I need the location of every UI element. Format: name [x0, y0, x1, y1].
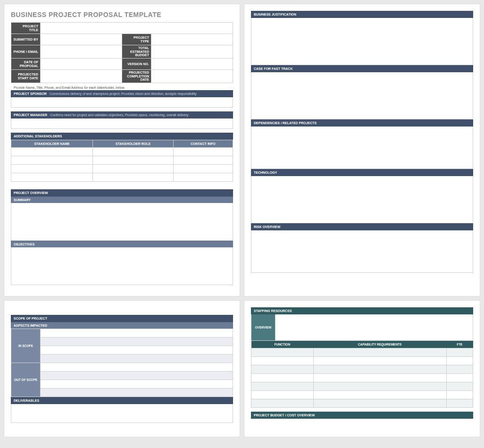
deliverables-field[interactable]: [11, 404, 233, 423]
manager-sub: Confirms need for project and validates …: [50, 113, 188, 117]
sponsor-field[interactable]: [11, 97, 233, 108]
sponsor-label: PROJECT SPONSOR: [14, 92, 47, 95]
col-stakeholder-name: STAKEHOLDER NAME: [11, 140, 93, 148]
template-grid: BUSINESS PROJECT PROPOSAL TEMPLATE PROJE…: [4, 4, 480, 437]
col-stakeholder-role: STAKEHOLDER ROLE: [93, 140, 174, 148]
page-3: SCOPE OF PROJECT ASPECTS IMPACTED IN SCO…: [4, 300, 240, 437]
fast-track-field[interactable]: [251, 72, 473, 119]
page-2: BUSINESS JUSTIFICATION CASE FOR FAST TRA…: [244, 4, 480, 296]
project-overview-header: PROJECT OVERVIEW: [11, 189, 233, 196]
table-row: [11, 165, 233, 173]
in-scope-label: IN SCOPE: [11, 329, 41, 363]
table-row: [251, 391, 473, 399]
label-start-date: PROJECTED START DATE: [11, 70, 41, 83]
scope-cell[interactable]: [41, 355, 233, 363]
field-version[interactable]: [151, 59, 233, 70]
table-row: [11, 156, 233, 165]
field-date-proposal[interactable]: [41, 59, 122, 70]
objectives-header: OBJECTIVES: [11, 241, 233, 247]
table-row: [251, 374, 473, 382]
sponsor-sub: Commissions delivery of and champions pr…: [50, 92, 197, 95]
scope-cell[interactable]: [41, 363, 233, 372]
scope-cell[interactable]: [41, 372, 233, 380]
risk-field[interactable]: [251, 230, 473, 273]
project-sponsor-header: PROJECT SPONSOR Commissions delivery of …: [11, 90, 233, 97]
stakeholder-note: Provide Name, Title, Phone, and Email Ad…: [14, 86, 233, 89]
table-row: [251, 348, 473, 357]
field-total-budget[interactable]: [151, 45, 233, 59]
biz-justification-header: BUSINESS JUSTIFICATION: [251, 11, 473, 18]
scope-cell[interactable]: [41, 389, 233, 397]
staffing-overview-row: OVERVIEW: [251, 314, 473, 341]
manager-field[interactable]: [11, 118, 233, 129]
label-submitted-by: SUBMITTED BY: [11, 34, 41, 45]
scope-cell[interactable]: [41, 329, 233, 338]
label-project-title: PROJECT TITLE: [11, 23, 41, 34]
staffing-table: FUNCTION CAPABILITY REQUIREMENTS FTE: [251, 341, 473, 408]
table-row: [251, 382, 473, 391]
table-row: [11, 148, 233, 156]
col-fte: FTE: [446, 341, 473, 348]
scope-cell[interactable]: [41, 346, 233, 355]
col-contact-info: CONTACT INFO: [173, 140, 233, 148]
staffing-header: STAFFING RESOURCES: [251, 307, 473, 314]
objectives-field[interactable]: [11, 247, 233, 285]
biz-justification-field[interactable]: [251, 18, 473, 65]
table-row: [251, 357, 473, 365]
aspects-header: ASPECTS IMPACTED: [11, 322, 233, 329]
dependencies-header: DEPENDENCIES / RELATED PROJECTS: [251, 119, 473, 127]
table-row: [251, 365, 473, 374]
scope-cell[interactable]: [41, 338, 233, 346]
field-project-type[interactable]: [151, 34, 233, 45]
col-function: FUNCTION: [251, 341, 314, 348]
overview-label: OVERVIEW: [251, 314, 275, 341]
project-info-table: PROJECT TITLE SUBMITTED BY PROJECT TYPE …: [11, 22, 233, 83]
label-date-proposal: DATE OF PROPOSAL: [11, 59, 41, 70]
summary-field[interactable]: [11, 203, 233, 241]
technology-field[interactable]: [251, 176, 473, 223]
scope-header: SCOPE OF PROJECT: [11, 315, 233, 322]
dependencies-field[interactable]: [251, 127, 473, 169]
field-project-title[interactable]: [41, 23, 233, 34]
scope-cell[interactable]: [41, 380, 233, 389]
technology-header: TECHNOLOGY: [251, 169, 473, 176]
summary-header: SUMMARY: [11, 196, 233, 203]
additional-stakeholders-header: ADDITIONAL STAKEHOLDERS: [11, 133, 233, 140]
deliverables-header: DELIVERABLES: [11, 397, 233, 404]
fast-track-header: CASE FOR FAST TRACK: [251, 65, 473, 72]
overview-field[interactable]: [275, 314, 473, 341]
budget-header: PROJECT BUDGET / COST OVERVIEW: [251, 412, 473, 419]
document-title: BUSINESS PROJECT PROPOSAL TEMPLATE: [11, 11, 233, 18]
col-capability: CAPABILITY REQUIREMENTS: [313, 341, 446, 348]
table-row: [11, 173, 233, 182]
table-row: [251, 399, 473, 408]
field-submitted-by[interactable]: [41, 34, 122, 45]
scope-table: IN SCOPE OUT OF SCOPE: [11, 329, 233, 397]
stakeholders-table: STAKEHOLDER NAME STAKEHOLDER ROLE CONTAC…: [11, 140, 233, 182]
page-1: BUSINESS PROJECT PROPOSAL TEMPLATE PROJE…: [4, 4, 240, 296]
project-manager-header: PROJECT MANAGER Confirms need for projec…: [11, 111, 233, 118]
field-start-date[interactable]: [41, 70, 122, 83]
out-scope-label: OUT OF SCOPE: [11, 363, 41, 397]
label-total-budget: TOTAL ESTIMATED BUDGET: [122, 45, 151, 59]
risk-header: RISK OVERVIEW: [251, 223, 473, 230]
label-end-date: PROJECTED COMPLETION DATE: [122, 70, 151, 83]
label-project-type: PROJECT TYPE: [122, 34, 151, 45]
field-phone-email[interactable]: [41, 45, 122, 59]
label-version: VERSION NO.: [122, 59, 151, 70]
page-4: STAFFING RESOURCES OVERVIEW FUNCTION CAP…: [244, 300, 480, 437]
field-end-date[interactable]: [151, 70, 233, 83]
label-phone-email: PHONE / EMAIL: [11, 45, 41, 59]
manager-label: PROJECT MANAGER: [14, 113, 47, 117]
